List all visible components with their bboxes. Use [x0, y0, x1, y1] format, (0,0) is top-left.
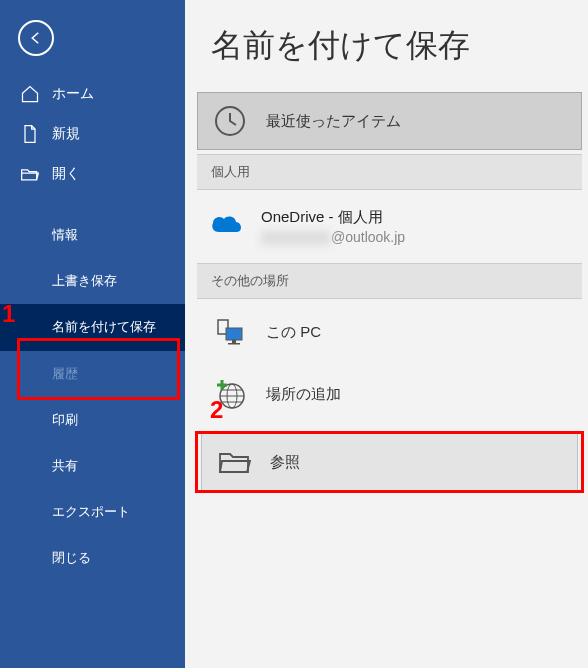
- sidebar-item-home[interactable]: ホーム: [0, 74, 185, 114]
- sidebar-item-export[interactable]: エクスポート: [0, 489, 185, 535]
- sidebar-item-save[interactable]: 上書き保存: [0, 258, 185, 304]
- sidebar-label-export: エクスポート: [52, 504, 130, 519]
- location-add-place[interactable]: 場所の追加: [197, 365, 582, 423]
- clock-icon: [212, 103, 248, 139]
- arrow-left-icon: [27, 29, 45, 47]
- document-icon: [20, 124, 40, 144]
- sidebar-label-save: 上書き保存: [52, 273, 117, 288]
- onedrive-email: @outlook.jp: [261, 229, 405, 245]
- page-title: 名前を付けて保存: [211, 24, 586, 68]
- svg-rect-4: [228, 343, 240, 345]
- folder-open-icon: [20, 164, 40, 184]
- onedrive-label: OneDrive - 個人用: [261, 208, 405, 227]
- home-icon: [20, 84, 40, 104]
- location-this-pc[interactable]: この PC: [197, 303, 582, 361]
- blurred-email-user: [261, 231, 331, 245]
- sidebar-item-close[interactable]: 閉じる: [0, 535, 185, 581]
- location-browse[interactable]: 参照: [201, 433, 578, 491]
- section-other: その他の場所: [197, 263, 582, 299]
- svg-rect-3: [232, 340, 236, 343]
- sidebar-item-history: 履歴: [0, 351, 185, 397]
- back-button[interactable]: [18, 20, 54, 56]
- sidebar-label-share: 共有: [52, 458, 78, 473]
- sidebar-label-home: ホーム: [52, 85, 94, 103]
- location-onedrive[interactable]: OneDrive - 個人用 @outlook.jp: [193, 194, 586, 259]
- sidebar-item-share[interactable]: 共有: [0, 443, 185, 489]
- sidebar-label-history: 履歴: [52, 366, 78, 381]
- sidebar-label-info: 情報: [52, 227, 78, 242]
- sidebar-label-print: 印刷: [52, 412, 78, 427]
- section-personal: 個人用: [197, 154, 582, 190]
- sidebar-label-saveas: 名前を付けて保存: [52, 319, 156, 334]
- this-pc-icon: [212, 314, 248, 350]
- this-pc-label: この PC: [266, 323, 321, 342]
- onedrive-cloud-icon: [207, 210, 247, 238]
- sidebar-item-print[interactable]: 印刷: [0, 397, 185, 443]
- annotation-number-1: 1: [2, 300, 15, 328]
- backstage-sidebar: ホーム 新規 開く 情報 上書き保存 名前を付けて保存 履歴: [0, 0, 185, 668]
- browse-label: 参照: [270, 453, 300, 472]
- annotation-number-2: 2: [210, 396, 223, 424]
- main-panel: 名前を付けて保存 最近使ったアイテム 個人用 OneDrive - 個人用 @o…: [185, 0, 588, 668]
- location-recent[interactable]: 最近使ったアイテム: [197, 92, 582, 150]
- sidebar-item-open[interactable]: 開く: [0, 154, 185, 194]
- add-place-label: 場所の追加: [266, 385, 341, 404]
- svg-rect-2: [226, 328, 242, 340]
- location-recent-label: 最近使ったアイテム: [266, 112, 401, 131]
- sidebar-label-close: 閉じる: [52, 550, 91, 565]
- sidebar-label-new: 新規: [52, 125, 80, 143]
- sidebar-item-save-as[interactable]: 名前を付けて保存: [0, 304, 185, 350]
- folder-browse-icon: [216, 444, 252, 480]
- sidebar-label-open: 開く: [52, 165, 80, 183]
- sidebar-item-info[interactable]: 情報: [0, 212, 185, 258]
- sidebar-item-new[interactable]: 新規: [0, 114, 185, 154]
- browse-annotation-wrap: 参照: [197, 433, 582, 491]
